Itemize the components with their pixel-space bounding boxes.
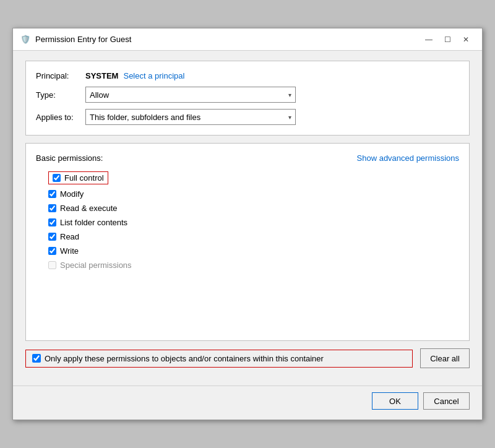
title-bar-controls: — ☐ ✕	[420, 33, 475, 46]
permission-modify: Modify	[48, 189, 459, 199]
principal-label: Principal:	[36, 71, 85, 80]
type-dropdown-value: Allow	[90, 90, 109, 100]
permission-read-execute: Read & execute	[48, 204, 459, 213]
permission-full-control: Full control	[48, 171, 459, 184]
modify-checkbox[interactable]	[48, 190, 56, 198]
permission-special: Special permissions	[48, 261, 459, 270]
window-icon: 🛡️	[20, 35, 30, 45]
applies-to-row: Applies to: This folder, subfolders and …	[36, 109, 459, 125]
permission-write: Write	[48, 246, 459, 256]
select-principal-link[interactable]: Select a principal	[123, 71, 184, 80]
full-control-checkbox[interactable]	[53, 174, 61, 182]
principal-row: Principal: SYSTEM Select a principal	[36, 71, 459, 80]
cancel-button[interactable]: Cancel	[423, 392, 470, 410]
principal-section: Principal: SYSTEM Select a principal Typ…	[25, 61, 470, 136]
permission-list-folder: List folder contents	[48, 218, 459, 227]
close-button[interactable]: ✕	[457, 33, 475, 46]
applies-to-dropdown[interactable]: This folder, subfolders and files ▾	[85, 109, 296, 125]
modify-label: Modify	[60, 189, 84, 199]
bottom-section: Only apply these permissions to objects …	[25, 348, 470, 368]
write-label: Write	[60, 246, 79, 256]
permission-entry-window: 🛡️ Permission Entry for Guest — ☐ ✕ Prin…	[12, 28, 483, 420]
type-dropdown-arrow: ▾	[288, 92, 291, 98]
window-content: Principal: SYSTEM Select a principal Typ…	[13, 51, 482, 386]
title-bar: 🛡️ Permission Entry for Guest — ☐ ✕	[13, 28, 482, 51]
list-folder-checkbox[interactable]	[48, 218, 56, 226]
section-header: Basic permissions: Show advanced permiss…	[36, 153, 459, 163]
applies-to-label: Applies to:	[36, 113, 85, 122]
title-bar-left: 🛡️ Permission Entry for Guest	[20, 35, 131, 45]
footer: OK Cancel	[13, 386, 482, 420]
maximize-button[interactable]: ☐	[439, 33, 456, 46]
special-checkbox	[48, 261, 56, 269]
applies-to-value: This folder, subfolders and files	[90, 113, 200, 122]
clear-all-button[interactable]: Clear all	[420, 348, 470, 368]
permission-read: Read	[48, 232, 459, 241]
only-apply-label: Only apply these permissions to objects …	[45, 354, 324, 363]
ok-button[interactable]: OK	[372, 392, 418, 410]
only-apply-checkbox[interactable]	[32, 354, 41, 363]
read-label: Read	[60, 232, 79, 241]
read-execute-checkbox[interactable]	[48, 204, 56, 212]
full-control-label: Full control	[64, 173, 104, 183]
type-dropdown[interactable]: Allow ▾	[85, 87, 296, 103]
type-row: Type: Allow ▾	[36, 87, 459, 103]
show-advanced-link[interactable]: Show advanced permissions	[357, 153, 459, 163]
special-label: Special permissions	[60, 261, 132, 270]
list-folder-label: List folder contents	[60, 218, 127, 227]
only-apply-container: Only apply these permissions to objects …	[25, 350, 413, 368]
read-checkbox[interactable]	[48, 233, 56, 241]
permissions-list: Full control Modify Read & execute List …	[36, 171, 459, 270]
type-label: Type:	[36, 90, 85, 100]
full-control-highlight: Full control	[48, 171, 108, 184]
applies-to-arrow: ▾	[288, 114, 291, 121]
window-title: Permission Entry for Guest	[35, 35, 131, 44]
read-execute-label: Read & execute	[60, 204, 118, 213]
write-checkbox[interactable]	[48, 247, 56, 255]
principal-value: SYSTEM	[85, 71, 118, 80]
minimize-button[interactable]: —	[420, 33, 437, 46]
basic-permissions-title: Basic permissions:	[36, 153, 103, 163]
permissions-section: Basic permissions: Show advanced permiss…	[25, 143, 470, 341]
